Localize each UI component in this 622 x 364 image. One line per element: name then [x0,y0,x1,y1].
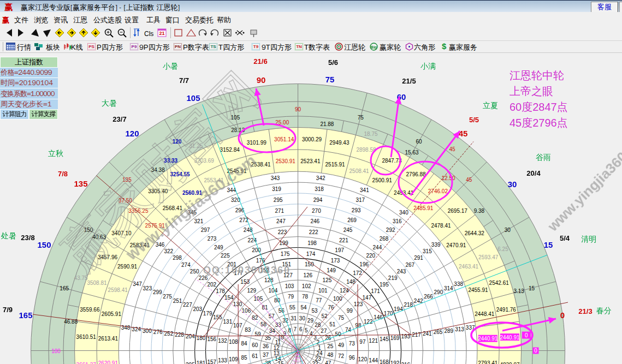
svg-text:3000.29: 3000.29 [302,136,322,142]
svg-text:江恩轮中轮: 江恩轮中轮 [510,69,564,81]
svg-text:145: 145 [380,336,389,342]
svg-text:25: 25 [327,343,334,349]
svg-text:12.50: 12.50 [441,175,455,181]
svg-text:224: 224 [247,237,257,243]
svg-text:196: 196 [359,261,369,267]
svg-text:244: 244 [373,244,382,250]
svg-text:130: 130 [233,301,242,307]
svg-text:131: 131 [223,319,233,325]
svg-text:197: 197 [335,247,344,253]
svg-text:9.38: 9.38 [474,208,485,214]
svg-text:小满: 小满 [420,62,436,70]
svg-text:31: 31 [291,315,297,321]
svg-text:317: 317 [356,197,365,203]
svg-text:6.25: 6.25 [497,246,508,252]
svg-text:73: 73 [349,341,356,347]
svg-text:174: 174 [306,251,316,257]
svg-text:2508.41: 2508.41 [349,168,370,174]
svg-text:175: 175 [281,251,290,257]
svg-text:78: 78 [302,294,309,300]
svg-text:193: 193 [401,333,410,339]
svg-text:273: 273 [208,236,217,242]
svg-text:3051.14: 3051.14 [274,136,294,142]
svg-text:270: 270 [312,208,321,214]
svg-text:21.88: 21.88 [320,121,334,127]
svg-text:171: 171 [371,288,380,294]
svg-text:45: 45 [459,129,468,138]
svg-text:173: 173 [331,258,340,264]
svg-text:2695.17: 2695.17 [448,208,468,214]
svg-text:21/6: 21/6 [253,57,267,65]
svg-text:150: 150 [37,240,51,249]
svg-text:132: 132 [218,338,227,344]
svg-text:大暑: 大暑 [102,99,117,108]
svg-text:148: 148 [346,279,356,285]
svg-text:35: 35 [265,335,271,341]
svg-text:347: 347 [133,281,142,287]
svg-text:103: 103 [285,283,294,289]
svg-text:45: 45 [449,146,455,152]
svg-text:2796.88: 2796.88 [406,171,426,177]
svg-text:340: 340 [399,210,408,216]
svg-text:294: 294 [313,197,323,203]
svg-text:126: 126 [303,272,312,278]
svg-text:2500.91: 2500.91 [372,177,393,183]
svg-text:105: 105 [254,296,263,302]
svg-text:7/8: 7/8 [58,170,68,178]
svg-text:156: 156 [207,336,216,342]
svg-text:5/5: 5/5 [469,116,479,124]
svg-text:2613.41: 2613.41 [98,336,119,342]
svg-text:222: 222 [309,229,318,235]
svg-text:2523.41: 2523.41 [300,158,321,164]
svg-text:295: 295 [274,197,283,203]
svg-text:23/8: 23/8 [21,234,34,242]
svg-text:297: 297 [201,227,210,233]
svg-text:105: 105 [231,115,240,121]
svg-text:处暑: 处暑 [1,231,16,240]
svg-text:5/4: 5/4 [560,234,570,242]
svg-text:172: 172 [353,270,362,276]
svg-text:128: 128 [264,277,274,283]
svg-text:2455.91: 2455.91 [468,287,488,293]
svg-text:2530.91: 2530.91 [276,158,296,164]
svg-text:338: 338 [454,281,463,287]
svg-text:153: 153 [240,279,250,285]
svg-text:2440.91: 2440.91 [500,335,520,341]
svg-text:15.63: 15.63 [405,150,418,156]
svg-text:QQ:1003903360: QQ:1003903360 [203,265,291,276]
svg-text:98: 98 [355,323,362,329]
svg-text:245: 245 [343,227,353,233]
svg-text:76: 76 [328,305,335,311]
svg-text:45度2796点: 45度2796点 [510,117,568,129]
svg-text:120: 120 [125,129,139,138]
svg-text:54: 54 [300,305,307,311]
svg-text:202: 202 [207,282,216,288]
svg-text:313: 313 [455,326,464,332]
svg-text:146: 146 [374,314,383,320]
svg-text:298: 298 [173,255,182,261]
svg-text:290: 290 [434,289,443,295]
svg-text:3508.81: 3508.81 [87,280,107,286]
svg-text:90: 90 [257,75,266,85]
svg-text:318: 318 [315,186,324,192]
svg-text:5: 5 [305,327,308,333]
svg-text:75: 75 [325,75,335,84]
svg-text:220: 220 [366,253,375,259]
svg-text:243: 243 [397,268,406,275]
svg-text:0: 0 [560,311,565,320]
svg-text:203: 203 [193,306,202,312]
svg-text:2847.73: 2847.73 [382,158,402,164]
svg-text:247: 247 [276,218,286,224]
svg-text:2746.02: 2746.02 [428,188,448,194]
svg-text:2478.41: 2478.41 [431,223,451,229]
svg-text:2440.91: 2440.91 [478,336,498,342]
svg-text:2515.91: 2515.91 [325,162,346,168]
svg-text:2485.91: 2485.91 [413,205,434,211]
svg-text:169: 169 [390,335,400,341]
svg-text:43.75: 43.75 [74,275,88,281]
svg-text:79: 79 [288,294,294,300]
svg-text:立夏: 立夏 [483,101,498,110]
svg-text:314: 314 [444,285,453,291]
svg-text:149: 149 [327,267,336,273]
svg-text:3610.51: 3610.51 [76,334,97,340]
